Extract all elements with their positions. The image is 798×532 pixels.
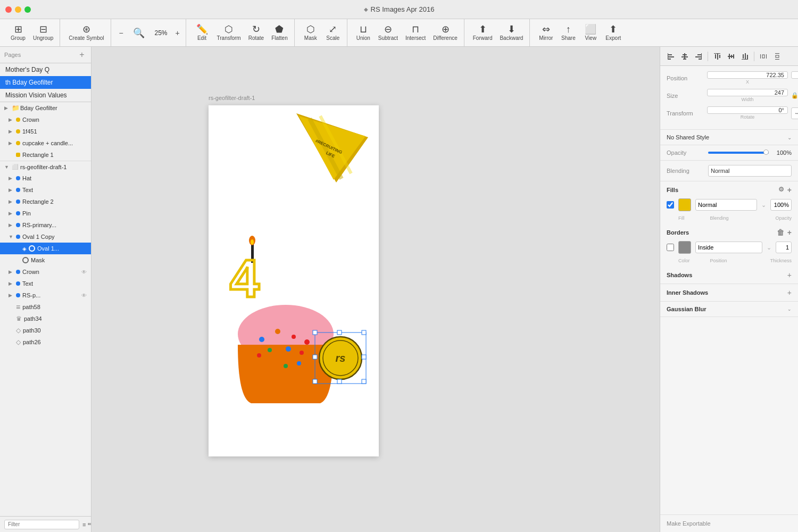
fills-add-button[interactable]: +: [787, 186, 792, 194]
union-button[interactable]: ⊔ Union: [353, 22, 374, 43]
selection-handle-ml[interactable]: [313, 355, 317, 359]
fill-opacity-input[interactable]: [770, 199, 792, 211]
blending-select[interactable]: Normal Multiply Screen Overlay: [708, 165, 792, 177]
layer-rectangle-1[interactable]: ▶ Rectangle 1: [0, 149, 91, 161]
page-mission-vision[interactable]: Mission Vision Values: [0, 89, 91, 102]
layer-hat[interactable]: ▶ Hat: [0, 172, 91, 184]
maximize-button[interactable]: [24, 6, 31, 13]
filter-input[interactable]: [4, 520, 79, 529]
inner-shadows-header[interactable]: Inner Shadows +: [660, 284, 798, 302]
layer-path34[interactable]: ▶ ♛ path34: [0, 313, 91, 325]
inner-shadows-add-button[interactable]: +: [787, 288, 792, 297]
group-button[interactable]: ⊞ Group: [7, 22, 29, 43]
align-right-button[interactable]: [692, 50, 705, 63]
align-middle-v-button[interactable]: [725, 50, 737, 63]
intersect-button[interactable]: ⊓ Intersect: [402, 22, 429, 43]
subtract-button[interactable]: ⊖ Subtract: [375, 22, 401, 43]
zoom-out-button[interactable]: −: [117, 28, 126, 38]
layer-1f451[interactable]: ▶ 1f451: [0, 126, 91, 137]
flatten-button[interactable]: ⬟ Flatten: [268, 22, 291, 43]
layer-crown-2[interactable]: ▶ Crown 👁: [0, 266, 91, 278]
layer-text-2[interactable]: ▶ Text: [0, 278, 91, 289]
create-symbol-button[interactable]: ⊛ Create Symbol: [65, 22, 107, 43]
close-button[interactable]: [5, 6, 12, 13]
opacity-slider-track[interactable]: [708, 152, 769, 154]
scale-button[interactable]: ⤢ Scale: [322, 22, 344, 43]
backward-button[interactable]: ⬇ Backward: [496, 22, 526, 43]
view-button[interactable]: ⬜ View: [580, 22, 601, 43]
forward-button[interactable]: ⬆ Forward: [470, 22, 496, 43]
border-checkbox[interactable]: [667, 244, 674, 251]
size-width-input[interactable]: [707, 89, 788, 96]
zoom-in-button[interactable]: +: [173, 28, 182, 38]
fill-mode-select[interactable]: Normal Multiply: [695, 199, 757, 211]
layer-rs-primary[interactable]: ▶ RS-primary...: [0, 219, 91, 231]
shared-style-row[interactable]: No Shared Style ⌄: [660, 130, 798, 145]
distribute-h-button[interactable]: [757, 50, 770, 63]
layer-rectangle-2[interactable]: ▶ Rectangle 2: [0, 196, 91, 207]
selection-handle-mr[interactable]: [362, 355, 366, 359]
difference-button[interactable]: ⊕ Difference: [430, 22, 460, 43]
layer-rs-p[interactable]: ▶ RS-p... 👁: [0, 289, 91, 301]
fill-color-swatch[interactable]: [678, 198, 691, 211]
border-color-swatch[interactable]: [678, 241, 691, 254]
layer-path30[interactable]: ▶ ◇ path30: [0, 325, 91, 336]
layer-path26[interactable]: ▶ ◇ path26: [0, 336, 91, 348]
align-center-h-button[interactable]: [678, 50, 691, 63]
mask-button[interactable]: ⬡ Mask: [300, 22, 321, 43]
layer-path58[interactable]: ▶ ≡ path58: [0, 301, 91, 313]
selection-handle-tl[interactable]: [313, 330, 317, 335]
make-exportable[interactable]: Make Exportable: [660, 514, 798, 532]
edit-button[interactable]: ✏️ Edit: [192, 22, 213, 43]
selection-handle-tr[interactable]: [362, 330, 366, 335]
layer-text-1[interactable]: ▶ Text: [0, 184, 91, 196]
lock-icon[interactable]: 🔒: [791, 92, 798, 100]
minimize-button[interactable]: [15, 6, 21, 13]
align-top-button[interactable]: [711, 50, 724, 63]
layer-oval1copy[interactable]: ▼ Oval 1 Copy: [0, 231, 91, 243]
rotate-input[interactable]: [707, 106, 788, 114]
borders-add-button[interactable]: +: [787, 228, 792, 237]
layer-mask[interactable]: ▶ Mask: [0, 254, 91, 266]
ungroup-button[interactable]: ⊟ Ungroup: [30, 22, 56, 43]
selection-handle-bm[interactable]: [337, 379, 342, 384]
layer-oval1-inner[interactable]: ▶ ◈ Oval 1...: [0, 243, 91, 254]
layer-pin[interactable]: ▶ Pin: [0, 207, 91, 219]
add-page-button[interactable]: +: [77, 50, 87, 60]
layer-style-icon[interactable]: ≡: [82, 521, 86, 528]
layer-edit-icon[interactable]: ✏: [88, 521, 92, 528]
flip-h-button[interactable]: ↔: [791, 107, 798, 119]
position-x-input[interactable]: [707, 71, 788, 79]
border-position-select[interactable]: Inside Center Outside: [695, 242, 762, 253]
layer-artboard[interactable]: ▼ ⬜ rs-geofilter-draft-1: [0, 161, 91, 172]
layer-cupcake[interactable]: ▶ cupcake + candle...: [0, 137, 91, 149]
fills-settings-icon[interactable]: ⚙: [778, 186, 784, 194]
selection-handle-bl[interactable]: [313, 379, 317, 384]
shadows-header[interactable]: Shadows +: [660, 267, 798, 284]
gaussian-blur-header[interactable]: Gaussian Blur ⌄: [660, 302, 798, 317]
rotate-button[interactable]: ↻ Rotate: [245, 22, 267, 43]
zoom-icon-button[interactable]: 🔍: [128, 26, 149, 40]
share-button[interactable]: ↑ Share: [558, 22, 579, 43]
selection-handle-br[interactable]: [362, 379, 366, 384]
align-bottom-button[interactable]: [738, 50, 751, 63]
selection-handle-tm[interactable]: [337, 330, 342, 335]
layer-crown-1[interactable]: ▶ Crown: [0, 114, 91, 126]
borders-delete-icon[interactable]: 🗑: [777, 228, 784, 237]
artboard[interactable]: #RECRUITING LIFE 4: [209, 105, 379, 456]
page-mothers-day[interactable]: Mother's Day Q: [0, 63, 91, 76]
page-bday-geofilter[interactable]: th Bday Geofilter: [0, 76, 91, 89]
layer-bday-geofilter[interactable]: ▶ 📁 Bday Geofilter 👁: [0, 102, 91, 114]
zoom-value[interactable]: 25%: [152, 29, 171, 37]
mirror-button[interactable]: ⇔ Mirror: [535, 22, 556, 43]
canvas-area[interactable]: rs-geofilter-draft-1 #RECRUITING LIFE: [92, 47, 660, 532]
export-button[interactable]: ⬆ Export: [602, 22, 624, 43]
transform-button[interactable]: ⬡ Transform: [214, 22, 244, 43]
border-thickness-input[interactable]: [776, 242, 792, 253]
position-y-input[interactable]: [791, 71, 798, 79]
fill-checkbox[interactable]: [667, 201, 674, 209]
opacity-slider-thumb[interactable]: [763, 149, 769, 155]
shadows-add-button[interactable]: +: [787, 271, 792, 279]
align-left-button[interactable]: [664, 50, 677, 63]
distribute-v-button[interactable]: [771, 50, 784, 63]
